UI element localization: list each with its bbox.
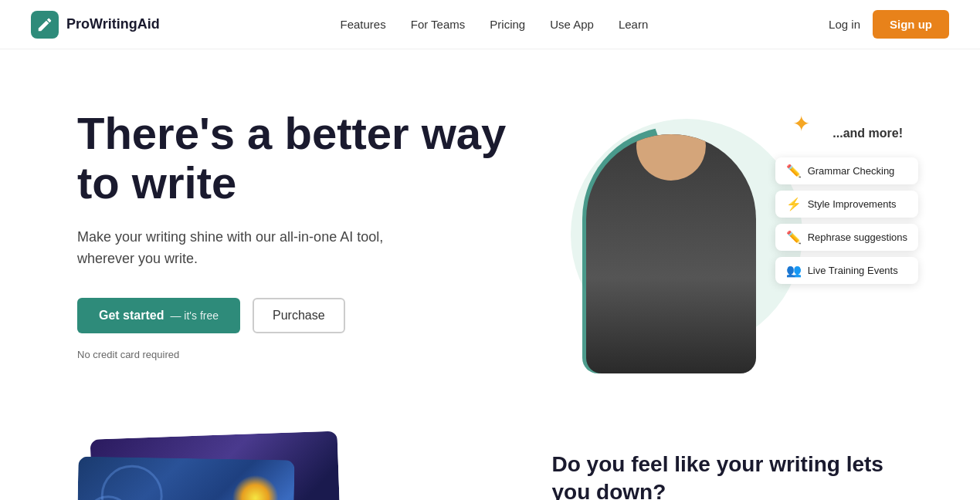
hero-section: There's a better way to write Make your … <box>0 49 980 404</box>
logo-link[interactable]: ProWritingAid <box>31 11 160 39</box>
painting-stack: My idea in my head <box>77 435 340 500</box>
nav-for-teams[interactable]: For Teams <box>411 18 466 31</box>
feature-tag-training: 👥 Live Training Events <box>775 257 918 284</box>
hero-title: There's a better way to write <box>77 109 540 208</box>
free-text: — it's free <box>170 309 219 322</box>
no-cc-text: No credit card required <box>77 349 540 360</box>
style-icon: ⚡ <box>786 197 802 211</box>
feature-tag-grammar: ✏️ Grammar Checking <box>775 157 918 184</box>
get-started-label: Get started <box>99 309 164 323</box>
rephrase-label: Rephrase suggestions <box>808 231 907 243</box>
training-icon: 👥 <box>786 263 802 278</box>
nav-learn[interactable]: Learn <box>619 18 648 31</box>
feature-tag-rephrase: ✏️ Rephrase suggestions <box>775 224 918 251</box>
star-decoration: ✦ <box>792 111 810 137</box>
navbar: ProWritingAid Features For Teams Pricing… <box>0 0 980 49</box>
section2-title: Do you feel like your writing lets you d… <box>552 451 904 500</box>
and-more-text: ...and more! <box>832 127 903 140</box>
feature-tag-style: ⚡ Style Improvements <box>775 191 918 218</box>
nav-use-app[interactable]: Use App <box>550 18 594 31</box>
nav-links: Features For Teams Pricing Use App Learn <box>341 18 649 32</box>
section2-right: Do you feel like your writing lets you d… <box>552 435 904 500</box>
nav-features[interactable]: Features <box>341 18 386 31</box>
training-label: Live Training Events <box>808 265 898 276</box>
get-started-button[interactable]: Get started — it's free <box>77 298 240 333</box>
purchase-button[interactable]: Purchase <box>253 298 345 333</box>
feature-tags: ✏️ Grammar Checking ⚡ Style Improvements… <box>775 157 918 284</box>
hero-left: There's a better way to write Make your … <box>77 109 540 360</box>
section2-illustration: My idea in my head <box>77 435 490 500</box>
rephrase-icon: ✏️ <box>786 230 802 245</box>
pen-icon <box>36 16 53 33</box>
swirl-1 <box>100 465 163 500</box>
nav-actions: Log in Sign up <box>829 10 949 39</box>
hero-subtitle: Make your writing shine with our all-in-… <box>77 226 432 271</box>
hero-cta: Get started — it's free Purchase <box>77 298 540 333</box>
grammar-label: Grammar Checking <box>808 165 895 177</box>
hero-person-illustration <box>586 134 756 373</box>
signup-button[interactable]: Sign up <box>873 10 949 39</box>
section2: My idea in my head Do you feel like your… <box>0 404 980 500</box>
nav-pricing[interactable]: Pricing <box>490 18 525 31</box>
logo-text: ProWritingAid <box>66 16 160 32</box>
starry-night-painting <box>76 457 294 500</box>
grammar-icon: ✏️ <box>786 164 802 178</box>
login-button[interactable]: Log in <box>829 18 860 31</box>
style-label: Style Improvements <box>808 198 897 210</box>
painting-front <box>76 457 294 500</box>
hero-right: ✦ ...and more! ✏️ Grammar Checking ⚡ Sty… <box>540 96 918 373</box>
logo-icon <box>31 11 59 39</box>
